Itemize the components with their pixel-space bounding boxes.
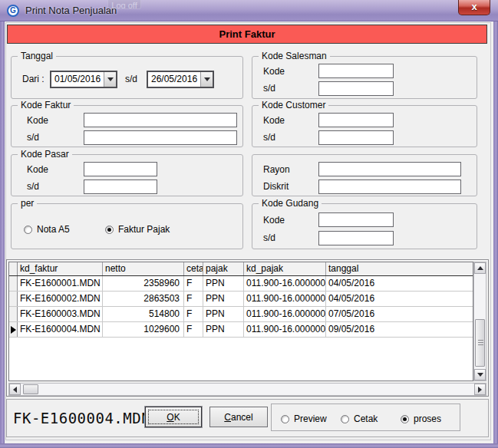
customer-sd-input[interactable] xyxy=(318,130,394,145)
radio-nota-a5[interactable]: Nota A5 xyxy=(24,224,70,235)
radio-preview[interactable]: Preview xyxy=(281,413,327,424)
salesman-sd-label: s/d xyxy=(263,83,275,94)
scroll-left-button[interactable] xyxy=(9,384,21,395)
window-frame-bottom xyxy=(0,443,498,448)
cell-cetak: F xyxy=(184,307,203,321)
cancel-button-label: Cancel xyxy=(224,412,252,423)
cell-netto: 514800 xyxy=(103,307,184,321)
radio-icon xyxy=(341,415,349,423)
close-button[interactable]: x xyxy=(458,0,490,15)
cell-kd-pajak: 011.900-16.00000016 xyxy=(244,276,326,291)
radio-cetak[interactable]: Cetak xyxy=(341,413,378,424)
focus-rectangle xyxy=(148,410,199,424)
radio-icon xyxy=(401,415,409,423)
invoice-grid-panel: kd_faktur netto cetak pajak kd_pajak tan… xyxy=(6,259,489,397)
rayon-label: Rayon xyxy=(263,164,290,175)
ok-button[interactable]: OK xyxy=(145,407,202,427)
selected-invoice-label: FK-E1600004.MDN xyxy=(13,410,150,427)
pasar-sd-input[interactable] xyxy=(84,180,157,194)
gudang-sd-label: s/d xyxy=(263,232,275,243)
gudang-kode-input[interactable] xyxy=(318,212,394,227)
group-kode-customer: Kode Customer Kode s/d xyxy=(252,105,477,147)
group-kode-faktur: Kode Faktur Kode s/d xyxy=(11,105,243,147)
radio-proses[interactable]: proses xyxy=(401,413,441,424)
group-tanggal: Tanggal Dari : 01/05/2016 s/d 26/05/2016 xyxy=(11,56,243,99)
customer-sd-label: s/d xyxy=(263,132,275,143)
background-logoff-artifact: Log off xyxy=(107,0,141,9)
arrow-down-icon xyxy=(477,373,483,377)
cell-pajak: PPN xyxy=(203,307,244,321)
date-from-dropdown[interactable]: 01/05/2016 xyxy=(50,71,117,88)
horizontal-scrollbar[interactable] xyxy=(8,383,486,396)
cell-kd-pajak: 011.900-16.00000015 xyxy=(244,322,326,337)
dialog-client-area: Print Faktur Tanggal Dari : 01/05/2016 s… xyxy=(5,21,493,443)
date-from-dropdown-button[interactable] xyxy=(104,72,116,87)
salesman-sd-input[interactable] xyxy=(318,81,394,96)
cell-netto: 2358960 xyxy=(103,276,184,291)
group-kode-gudang-legend: Kode Gudang xyxy=(259,198,322,209)
radio-faktur-pajak[interactable]: Faktur Pajak xyxy=(105,224,170,235)
arrow-right-icon xyxy=(478,387,482,393)
radio-preview-label: Preview xyxy=(294,413,327,424)
faktur-kode-label: Kode xyxy=(27,115,48,126)
group-kode-faktur-legend: Kode Faktur xyxy=(18,100,74,110)
cell-pajak: PPN xyxy=(203,276,244,291)
cell-kd-faktur: FK-E1600001.MDN xyxy=(18,276,103,291)
invoice-grid: kd_faktur netto cetak pajak kd_pajak tan… xyxy=(8,262,473,381)
tanggal-sd-label: s/d xyxy=(125,74,137,84)
vertical-scrollbar[interactable] xyxy=(473,262,486,381)
faktur-kode-input[interactable] xyxy=(84,113,237,127)
pasar-kode-label: Kode xyxy=(27,164,48,175)
grid-header-tanggal[interactable]: tanggal xyxy=(326,262,473,275)
group-kode-pasar: Kode Pasar Kode s/d xyxy=(11,154,243,196)
customer-kode-input[interactable] xyxy=(318,113,394,127)
scroll-right-button[interactable] xyxy=(474,384,486,395)
table-row[interactable]: FK-E1600004.MDN 1029600 F PPN 011.900-16… xyxy=(9,322,473,338)
cell-kd-faktur: FK-E1600002.MDN xyxy=(18,292,103,306)
rayon-input[interactable] xyxy=(318,162,461,176)
grid-header-kd-faktur[interactable]: kd_faktur xyxy=(18,262,103,275)
radio-icon xyxy=(105,226,114,234)
group-kode-customer-legend: Kode Customer xyxy=(259,100,328,110)
pasar-kode-input[interactable] xyxy=(84,162,157,176)
grid-header-netto[interactable]: netto xyxy=(103,262,184,275)
grid-header-cetak[interactable]: cetak xyxy=(184,262,203,275)
grid-header-row: kd_faktur netto cetak pajak kd_pajak tan… xyxy=(9,262,473,276)
output-mode-group: Preview Cetak proses xyxy=(271,404,460,431)
horizontal-scrollbar-thumb[interactable] xyxy=(23,384,38,394)
date-to-dropdown[interactable]: 26/05/2016 xyxy=(147,71,214,88)
faktur-sd-input[interactable] xyxy=(84,130,237,145)
grid-header-kd-pajak[interactable]: kd_pajak xyxy=(244,262,326,275)
vertical-scrollbar-thumb[interactable] xyxy=(475,319,485,367)
table-row[interactable]: FK-E1600001.MDN 2358960 F PPN 011.900-16… xyxy=(9,276,473,292)
cell-cetak: F xyxy=(184,322,203,337)
grid-header-pajak[interactable]: pajak xyxy=(203,262,244,275)
app-logo-icon: G xyxy=(7,5,19,17)
row-selector-cell xyxy=(9,292,18,306)
radio-nota-a5-label: Nota A5 xyxy=(37,224,70,235)
cell-kd-pajak: 011.900-16.00000018 xyxy=(244,307,326,321)
form-banner: Print Faktur xyxy=(7,25,487,44)
scroll-up-button[interactable] xyxy=(474,262,486,274)
customer-kode-label: Kode xyxy=(263,115,285,126)
table-row[interactable]: FK-E1600003.MDN 514800 F PPN 011.900-16.… xyxy=(9,307,473,322)
salesman-kode-input[interactable] xyxy=(318,64,394,78)
group-tanggal-legend: Tanggal xyxy=(18,51,56,61)
table-row[interactable]: FK-E1600002.MDN 2863503 F PPN 011.900-16… xyxy=(9,292,473,307)
cancel-button[interactable]: Cancel xyxy=(209,407,268,427)
cell-kd-pajak: 011.900-16.00000017 xyxy=(244,292,326,306)
group-kode-salesman-legend: Kode Salesman xyxy=(259,51,330,61)
date-to-dropdown-button[interactable] xyxy=(200,72,213,87)
radio-icon xyxy=(281,415,289,423)
gudang-sd-input[interactable] xyxy=(318,231,394,245)
arrow-up-icon xyxy=(477,266,483,270)
faktur-sd-label: s/d xyxy=(27,132,39,143)
scroll-down-button[interactable] xyxy=(474,369,486,380)
radio-proses-label: proses xyxy=(414,413,441,424)
diskrit-input[interactable] xyxy=(318,180,461,194)
row-selector-cell xyxy=(9,307,18,321)
print-nota-penjualan-window: G Print Nota Penjualan Log off x Print F… xyxy=(0,0,498,448)
titlebar[interactable]: G Print Nota Penjualan Log off x xyxy=(0,0,498,21)
close-icon: x xyxy=(459,0,490,14)
cell-pajak: PPN xyxy=(203,292,244,306)
